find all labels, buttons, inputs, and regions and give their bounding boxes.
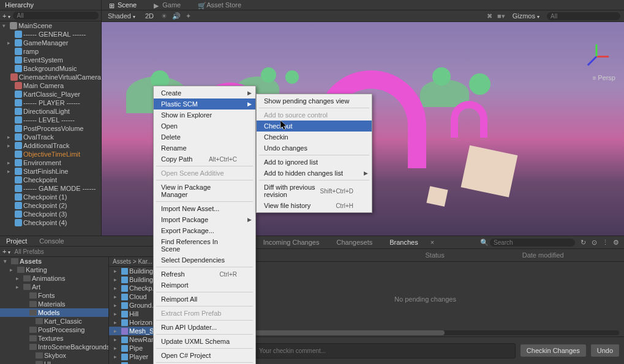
folder-item[interactable]: Fonts xyxy=(0,291,108,300)
menu-item-open[interactable]: Open xyxy=(154,121,255,132)
hierarchy-tree[interactable]: ▾ MainScene ------ GENERAL ------▸ GameM… xyxy=(0,21,101,236)
hierarchy-tab[interactable]: Hierarchy xyxy=(0,0,101,10)
plastic-tab-branches[interactable]: Branches xyxy=(381,237,426,247)
scene-tab-game[interactable]: ▶Game xyxy=(149,0,186,10)
folder-item[interactable]: Textures xyxy=(0,334,108,343)
menu-item-open-c-project[interactable]: Open C# Project xyxy=(154,350,255,361)
hierarchy-item[interactable]: Checkpoint (3) xyxy=(0,210,101,218)
hierarchy-item[interactable]: Main Camera xyxy=(0,81,101,90)
folder-item[interactable]: Materials xyxy=(0,300,108,308)
project-context-menu[interactable]: Create▶Plastic SCM▶Show in ExplorerOpenD… xyxy=(153,86,256,364)
tab-console[interactable]: Console xyxy=(33,236,70,246)
projection-label[interactable]: ≡ Persp xyxy=(593,74,615,81)
assets-root[interactable]: ▾ Assets xyxy=(0,257,108,266)
menu-item-select-dependencies[interactable]: Select Dependencies xyxy=(154,254,255,266)
folder-item[interactable]: Models xyxy=(0,308,108,317)
menu-item-show-pending-changes-view[interactable]: Show pending changes view xyxy=(257,95,372,106)
checkin-button[interactable]: Checkin Changes xyxy=(521,344,586,357)
menu-item-import-new-asset-[interactable]: Import New Asset... xyxy=(154,203,255,214)
menu-item-reimport-all[interactable]: Reimport All xyxy=(154,294,255,305)
plastic-tab-incoming-changes[interactable]: Incoming Changes xyxy=(255,237,328,247)
menu-item-checkout[interactable]: Checkout xyxy=(257,121,372,132)
2d-toggle[interactable]: 2D xyxy=(143,12,156,20)
menu-item-show-in-explorer[interactable]: Show in Explorer xyxy=(154,110,255,121)
plastic-submenu[interactable]: Show pending changes viewAdd to source c… xyxy=(256,94,372,213)
hierarchy-item[interactable]: Checkpoint (1) xyxy=(0,193,101,201)
menu-item-refresh[interactable]: RefreshCtrl+R xyxy=(154,269,255,280)
folder-item[interactable]: Skybox xyxy=(0,351,108,360)
checkin-comment-input[interactable] xyxy=(254,343,516,358)
folder-item[interactable]: IntroSceneBackgrounds xyxy=(0,343,108,351)
hierarchy-item[interactable]: ▸ StartFinishLine xyxy=(0,167,101,176)
menu-item-add-to-hidden-changes-list[interactable]: Add to hidden changes list▶ xyxy=(257,168,372,179)
hierarchy-item[interactable]: ------ GAME MODE ------ xyxy=(0,184,101,193)
lighting-icon[interactable]: ☀ xyxy=(161,12,167,20)
menu-item-update-uxml-schema[interactable]: Update UXML Schema xyxy=(154,336,255,347)
hierarchy-item[interactable]: ObjectiveTimeLimit xyxy=(0,150,101,158)
hierarchy-item[interactable]: DirectionalLight xyxy=(0,107,101,116)
menu-item-copy-path[interactable]: Copy PathAlt+Ctrl+C xyxy=(154,154,255,165)
menu-item-view-in-package-manager[interactable]: View in Package Manager xyxy=(154,182,255,200)
hierarchy-item[interactable]: ramp xyxy=(0,47,101,56)
menu-item-reimport[interactable]: Reimport xyxy=(154,280,255,291)
hierarchy-item[interactable]: ▸ AdditionalTrack xyxy=(0,141,101,150)
tab-project[interactable]: Project xyxy=(0,236,33,246)
scene-tab-scene[interactable]: ⊞Scene xyxy=(104,0,141,10)
shading-dropdown[interactable]: Shaded ▾ xyxy=(105,12,138,20)
menu-item-view-file-history[interactable]: View file historyCtrl+H xyxy=(257,200,372,211)
menu-item-run-api-updater-[interactable]: Run API Updater... xyxy=(154,322,255,333)
audio-icon[interactable]: 🔊 xyxy=(172,12,181,20)
project-create-button[interactable]: + ▾ xyxy=(2,248,10,255)
hierarchy-item[interactable]: PostProcessVolume xyxy=(0,124,101,133)
folder-item[interactable]: ▸ Karting xyxy=(0,266,108,274)
history-icon[interactable]: ⊙ xyxy=(590,238,598,247)
plastic-tab-changesets[interactable]: Changesets xyxy=(328,237,381,247)
orientation-gizmo[interactable] xyxy=(581,40,612,71)
menu-item-undo-changes[interactable]: Undo changes xyxy=(257,143,372,154)
project-folders[interactable]: ▾ Assets▸ Karting▸ Animations▸ Art Fonts… xyxy=(0,257,109,364)
menu-item-find-references-in-scene[interactable]: Find References In Scene xyxy=(154,236,255,254)
create-button[interactable]: + ▾ xyxy=(2,12,10,20)
hierarchy-item[interactable]: Checkpoint (4) xyxy=(0,218,101,227)
hierarchy-item[interactable]: ------ PLAYER ------ xyxy=(0,98,101,107)
menu-item-import-package[interactable]: Import Package▶ xyxy=(154,214,255,225)
menu-item-checkin[interactable]: Checkin xyxy=(257,132,372,143)
hierarchy-item[interactable]: KartClassic_Player xyxy=(0,90,101,98)
folder-item[interactable]: ▸ Art xyxy=(0,283,108,291)
col-date[interactable]: Date modified xyxy=(522,250,619,260)
hierarchy-search[interactable] xyxy=(13,12,99,20)
col-status[interactable]: Status xyxy=(426,250,522,260)
camera-icon[interactable]: ✖ xyxy=(487,12,492,20)
hierarchy-item[interactable]: Checkpoint xyxy=(0,176,101,184)
hierarchy-item[interactable]: Checkpoint (2) xyxy=(0,201,101,210)
hierarchy-item[interactable]: CinemachineVirtualCamera xyxy=(0,73,101,81)
settings-icon[interactable]: ⚙ xyxy=(612,238,620,247)
menu-item-plastic-scm[interactable]: Plastic SCM▶ xyxy=(154,98,255,110)
folder-item[interactable]: Kart_Classic xyxy=(0,317,108,325)
hierarchy-item[interactable]: ------ GENERAL ------ xyxy=(0,30,101,39)
folder-item[interactable]: PostProcessing xyxy=(0,325,108,334)
menu-item-delete[interactable]: Delete xyxy=(154,132,255,143)
menu-item-diff-with-previous-revision[interactable]: Diff with previous revisionShift+Ctrl+D xyxy=(257,182,372,200)
close-tab-icon[interactable]: × xyxy=(427,239,438,246)
menu-item-export-package-[interactable]: Export Package... xyxy=(154,225,255,236)
menu-item-create[interactable]: Create▶ xyxy=(154,87,255,98)
plastic-search[interactable] xyxy=(490,239,575,247)
hierarchy-item[interactable]: ▸ Environment xyxy=(0,158,101,167)
scene-tab-asset-store[interactable]: 🛒Asset Store xyxy=(193,0,246,10)
options-icon[interactable]: ⋮ xyxy=(601,238,609,247)
scene-search[interactable] xyxy=(547,12,620,20)
refresh-icon[interactable]: ↻ xyxy=(579,238,587,247)
gizmos-dropdown[interactable]: Gizmos ▾ xyxy=(510,12,542,20)
folder-item[interactable]: UI xyxy=(0,360,108,364)
undo-button[interactable]: Undo xyxy=(591,344,619,357)
tool-icon[interactable]: ■▾ xyxy=(497,12,505,20)
horizontal-scrollbar[interactable] xyxy=(231,330,619,335)
fx-icon[interactable]: ✦ xyxy=(186,12,191,20)
menu-item-add-to-ignored-list[interactable]: Add to ignored list xyxy=(257,157,372,168)
scene-root[interactable]: ▾ MainScene xyxy=(0,21,101,30)
folder-item[interactable]: ▸ Animations xyxy=(0,274,108,283)
hierarchy-item[interactable]: ------ LEVEL ------ xyxy=(0,116,101,124)
hierarchy-item[interactable]: ▸ GameManager xyxy=(0,39,101,47)
col-item[interactable] xyxy=(231,250,426,260)
